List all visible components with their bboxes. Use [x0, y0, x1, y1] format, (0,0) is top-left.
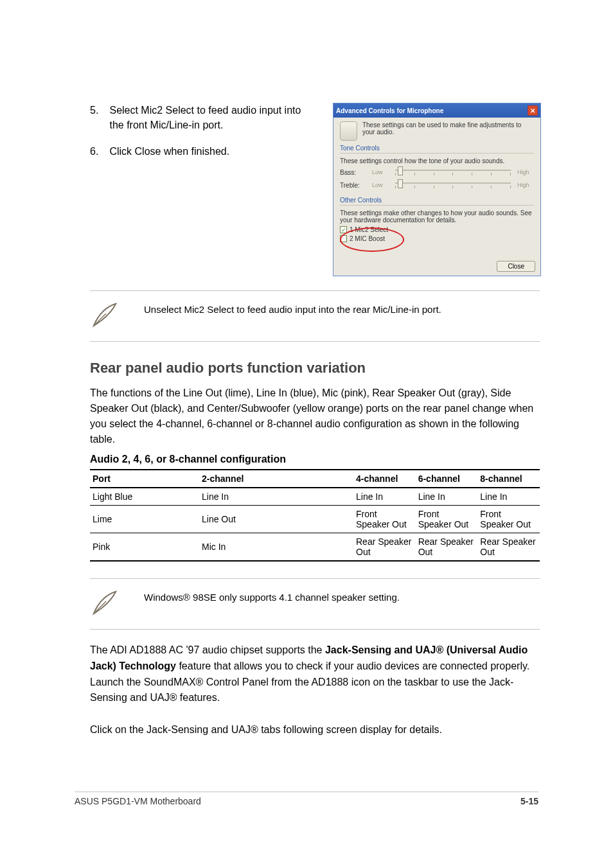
- dialog-intro: These settings can be used to make fine …: [362, 121, 534, 136]
- slider-icon: [340, 121, 357, 141]
- treble-slider[interactable]: [395, 180, 511, 190]
- table-row: Lime Line Out Front Speaker Out Front Sp…: [90, 506, 540, 533]
- table-header-row: Port 2-channel 4-channel 6-channel 8-cha…: [90, 470, 540, 488]
- section-heading: Rear panel audio ports function variatio…: [90, 360, 366, 376]
- note-1-text: Unselect Mic2 Select to feed audio input…: [144, 300, 441, 317]
- footer-page-number: 5-15: [520, 796, 538, 806]
- step-5: 5. Select Mic2 Select to feed audio inpu…: [90, 103, 321, 159]
- step-5-num: 5.: [90, 103, 107, 118]
- treble-label: Treble:: [340, 182, 366, 189]
- feather-icon: [90, 588, 122, 620]
- tone-controls-legend: Tone Controls: [340, 145, 382, 152]
- step-5-text: Select Mic2 Select to feed audio input i…: [109, 103, 315, 132]
- close-icon[interactable]: ✕: [528, 105, 538, 116]
- advanced-controls-dialog: Advanced Controls for Microphone ✕ These…: [333, 103, 541, 276]
- section-paragraph: The functions of the Line Out (lime), Li…: [90, 385, 540, 447]
- note-1: Unselect Mic2 Select to feed audio input…: [90, 290, 540, 342]
- para2-lead: The ADI AD1888 AC '97 audio chipset supp…: [90, 644, 325, 655]
- th-port: Port: [90, 470, 199, 488]
- dialog-title: Advanced Controls for Microphone: [336, 107, 443, 114]
- page-footer: ASUS P5GD1-VM Motherboard 5-15: [75, 792, 538, 806]
- mic-boost-checkbox[interactable]: 2 MIC Boost: [340, 235, 534, 242]
- step-6-num: 6.: [90, 144, 107, 159]
- note-2: Windows® 98SE only supports 4.1 channel …: [90, 578, 540, 630]
- note-2-text: Windows® 98SE only supports 4.1 channel …: [144, 588, 400, 605]
- treble-high: High: [517, 182, 534, 188]
- table-row: Pink Mic In Rear Speaker Out Rear Speake…: [90, 533, 540, 562]
- th-2ch: 2-channel: [199, 470, 353, 488]
- audio-channel-table: Port 2-channel 4-channel 6-channel 8-cha…: [90, 469, 540, 562]
- dialog-titlebar: Advanced Controls for Microphone ✕: [333, 103, 540, 118]
- th-8ch: 8-channel: [477, 470, 540, 488]
- treble-low: Low: [372, 182, 389, 188]
- footer-left: ASUS P5GD1-VM Motherboard: [75, 796, 201, 806]
- mic2-select-checkbox[interactable]: ✓ 1 Mic2 Select: [340, 226, 534, 233]
- bass-high: High: [517, 169, 534, 175]
- table-title: Audio 2, 4, 6, or 8-channel configuratio…: [90, 454, 286, 465]
- th-4ch: 4-channel: [353, 470, 416, 488]
- mic2-select-label: 1 Mic2 Select: [350, 226, 388, 233]
- close-button[interactable]: Close: [497, 261, 535, 272]
- other-desc: These settings make other changes to how…: [340, 209, 534, 224]
- th-6ch: 6-channel: [416, 470, 478, 488]
- bass-slider[interactable]: [395, 167, 511, 177]
- paragraph-jack-sensing: The ADI AD1888 AC '97 audio chipset supp…: [90, 642, 540, 738]
- bass-low: Low: [372, 169, 389, 175]
- other-controls-legend: Other Controls: [340, 197, 384, 204]
- feather-icon: [90, 300, 122, 332]
- table-row: Light Blue Line In Line In Line In Line …: [90, 488, 540, 506]
- step-6-text: Click Close when finished.: [109, 144, 315, 159]
- bass-label: Bass:: [340, 169, 366, 176]
- para2-p3: Click on the Jack-Sensing and UAJ® tabs …: [90, 724, 442, 735]
- mic-boost-label: 2 MIC Boost: [350, 235, 385, 242]
- tone-desc: These settings control how the tone of y…: [340, 157, 534, 164]
